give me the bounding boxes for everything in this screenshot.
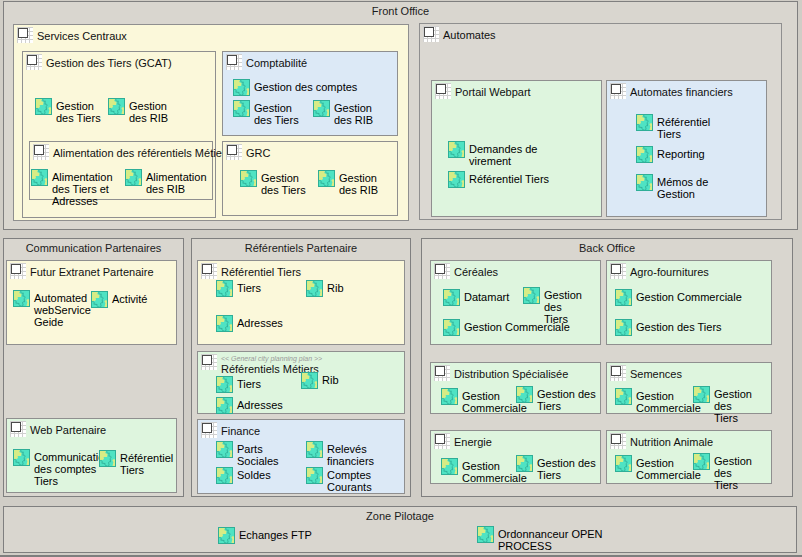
module-alimentation-rib[interactable]: Alimentation des RIB bbox=[125, 169, 207, 195]
module-label: Gestion des Tiers bbox=[254, 100, 299, 126]
puzzle-icon bbox=[216, 315, 233, 332]
group-title: Zone Pilotage bbox=[4, 510, 796, 522]
box-automates-financiers[interactable]: Automates financiers Référentiel Tiers R… bbox=[606, 80, 767, 217]
puzzle-icon bbox=[636, 174, 653, 191]
module-gestion-commerciale[interactable]: Gestion Commerciale bbox=[443, 319, 570, 336]
group-zone-pilotage[interactable]: Zone Pilotage Echanges FTP Ordonnanceur … bbox=[3, 506, 797, 553]
module-gestion-des-rib[interactable]: Gestion des RIB bbox=[313, 100, 373, 126]
box-comptabilite[interactable]: Comptabilité Gestion des comptes Gestion… bbox=[222, 51, 398, 136]
box-referentiels-metiers[interactable]: << General city planning plan >> Référen… bbox=[197, 351, 405, 414]
box-gcat[interactable]: Gestion des Tiers (GCAT) Gestion des Tie… bbox=[22, 51, 216, 218]
box-distribution-specialisee[interactable]: Distribution Spécialisée Gestion Commerc… bbox=[430, 362, 601, 414]
box-title: Portail Webpart bbox=[455, 83, 531, 98]
box-finance[interactable]: Finance Parts Sociales Relevés financier… bbox=[197, 419, 405, 494]
module-ordonnanceur-open-process[interactable]: Ordonnanceur OPEN PROCESS bbox=[477, 526, 603, 552]
puzzle-icon bbox=[240, 170, 257, 187]
module-memos-de-gestion[interactable]: Mémos de Gestion bbox=[636, 174, 708, 200]
module-gestion-commerciale[interactable]: Gestion Commerciale bbox=[441, 458, 527, 484]
box-title: Finance bbox=[221, 422, 260, 437]
module-gestion-des-tiers[interactable]: Gestion des Tiers bbox=[615, 319, 722, 336]
module-tiers[interactable]: Tiers bbox=[216, 280, 261, 297]
module-gestion-commerciale[interactable]: Gestion Commerciale bbox=[615, 388, 701, 414]
module-activite[interactable]: Activité bbox=[91, 291, 147, 308]
module-gestion-des-comptes[interactable]: Gestion des comptes bbox=[233, 79, 357, 96]
module-gestion-des-tiers[interactable]: Gestion des Tiers bbox=[693, 453, 771, 491]
box-grc[interactable]: GRC Gestion des Tiers Gestion des RIB bbox=[222, 141, 398, 216]
module-gestion-des-tiers[interactable]: Gestion des Tiers bbox=[516, 455, 596, 481]
module-referentiel-tiers[interactable]: Référentiel Tiers bbox=[448, 171, 549, 188]
puzzle-icon bbox=[636, 146, 653, 163]
module-gestion-des-tiers[interactable]: Gestion des Tiers bbox=[693, 386, 771, 424]
module-datamart[interactable]: Datamart bbox=[443, 289, 509, 306]
module-referentiel-tiers[interactable]: Référentiel Tiers bbox=[636, 114, 710, 140]
box-semences[interactable]: Semences Gestion Commerciale Gestion des… bbox=[606, 362, 772, 414]
module-reporting[interactable]: Reporting bbox=[636, 146, 705, 163]
module-rib[interactable]: Rib bbox=[306, 280, 344, 297]
module-soldes[interactable]: Soldes bbox=[216, 467, 271, 484]
module-label: Gestion des Tiers bbox=[714, 386, 771, 424]
box-automates[interactable]: Automates Portail Webpart Demandes de vi… bbox=[419, 23, 782, 220]
module-label: Relevés financiers bbox=[327, 441, 374, 467]
box-energie[interactable]: Energie Gestion Commerciale Gestion des … bbox=[430, 430, 601, 484]
box-header: Automates financiers bbox=[610, 83, 733, 99]
module-gestion-des-rib[interactable]: Gestion des RIB bbox=[318, 170, 378, 196]
puzzle-icon bbox=[218, 527, 235, 544]
module-tiers[interactable]: Tiers bbox=[216, 376, 261, 393]
module-gestion-des-tiers[interactable]: Gestion des Tiers bbox=[516, 386, 596, 412]
package-grid-icon bbox=[26, 54, 42, 70]
module-gestion-des-tiers[interactable]: Gestion des Tiers bbox=[233, 100, 299, 126]
module-parts-sociales[interactable]: Parts Sociales bbox=[216, 441, 279, 467]
box-nutrition-animale[interactable]: Nutrition Animale Gestion Commerciale Ge… bbox=[606, 430, 772, 484]
module-communication-des-comptes-tiers[interactable]: Communication des comptes Tiers bbox=[13, 449, 110, 487]
puzzle-icon bbox=[448, 171, 465, 188]
group-front-office[interactable]: Front Office Services Centraux Gestion d… bbox=[3, 1, 798, 230]
group-title: Communication Partenaires bbox=[4, 242, 183, 254]
module-automated-webservice-geide[interactable]: Automated webService Geide bbox=[13, 290, 91, 328]
module-referentiel-tiers[interactable]: Référentiel Tiers bbox=[99, 450, 173, 476]
package-grid-icon bbox=[10, 421, 26, 437]
box-title: Distribution Spécialisée bbox=[454, 365, 568, 380]
box-agro-fournitures[interactable]: Agro-fournitures Gestion Commerciale Ges… bbox=[606, 260, 772, 345]
box-web-partenaire[interactable]: Web Partenaire Communication des comptes… bbox=[6, 418, 177, 493]
module-gestion-des-rib[interactable]: Gestion des RIB bbox=[108, 98, 168, 124]
group-back-office[interactable]: Back Office Céréales Datamart Gestion de… bbox=[421, 238, 793, 497]
puzzle-icon bbox=[441, 388, 458, 405]
puzzle-icon bbox=[313, 100, 330, 117]
box-services-centraux[interactable]: Services Centraux Gestion des Tiers (GCA… bbox=[13, 24, 409, 221]
group-title: Back Office bbox=[422, 242, 792, 254]
package-grid-icon bbox=[434, 365, 450, 381]
module-gestion-des-tiers[interactable]: Gestion des Tiers bbox=[35, 98, 101, 124]
box-title: Nutrition Animale bbox=[630, 433, 713, 448]
module-label: Gestion des RIB bbox=[129, 98, 168, 124]
module-gestion-commerciale[interactable]: Gestion Commerciale bbox=[615, 289, 742, 306]
box-header: Comptabilité bbox=[226, 54, 307, 70]
module-label: Rib bbox=[327, 280, 344, 294]
module-alimentation-tiers-adresses[interactable]: Alimentation des Tiers et Adresses bbox=[31, 169, 113, 207]
module-label: Datamart bbox=[464, 289, 509, 303]
group-referentiels-partenaire[interactable]: Référentiels Partenaire Référentiel Tier… bbox=[191, 238, 411, 497]
package-grid-icon bbox=[434, 263, 450, 279]
module-adresses[interactable]: Adresses bbox=[216, 397, 283, 414]
box-cereales[interactable]: Céréales Datamart Gestion des Tiers Gest… bbox=[430, 260, 601, 345]
box-portail-webpart[interactable]: Portail Webpart Demandes de virement Réf… bbox=[431, 80, 602, 217]
box-alimentation-referentiels-metier[interactable]: Alimentation des référentiels Métier Ali… bbox=[29, 141, 213, 200]
box-referentiel-tiers[interactable]: Référentiel Tiers Tiers Rib Adresses bbox=[197, 260, 405, 345]
module-adresses[interactable]: Adresses bbox=[216, 315, 283, 332]
module-gestion-commerciale[interactable]: Gestion Commerciale bbox=[441, 388, 527, 414]
puzzle-icon bbox=[448, 141, 465, 158]
module-rib[interactable]: Rib bbox=[301, 372, 339, 389]
module-label: Gestion Commerciale bbox=[464, 319, 570, 333]
box-futur-extranet-partenaire[interactable]: Futur Extranet Partenaire Automated webS… bbox=[6, 260, 177, 345]
module-label: Comptes Courants bbox=[327, 467, 372, 493]
group-communication-partenaires[interactable]: Communication Partenaires Futur Extranet… bbox=[3, 238, 184, 497]
puzzle-icon bbox=[441, 458, 458, 475]
module-gestion-des-tiers[interactable]: Gestion des Tiers bbox=[240, 170, 306, 196]
city-planning-diagram: Front Office Services Centraux Gestion d… bbox=[0, 0, 802, 557]
module-demandes-de-virement[interactable]: Demandes de virement bbox=[448, 141, 538, 167]
module-gestion-commerciale[interactable]: Gestion Commerciale bbox=[615, 455, 701, 481]
module-releves-financiers[interactable]: Relevés financiers bbox=[306, 441, 374, 467]
module-label: Référentiel Tiers bbox=[120, 450, 173, 476]
module-comptes-courants[interactable]: Comptes Courants bbox=[306, 467, 372, 493]
module-echanges-ftp[interactable]: Echanges FTP bbox=[218, 527, 312, 544]
box-header: Automates bbox=[423, 26, 496, 42]
